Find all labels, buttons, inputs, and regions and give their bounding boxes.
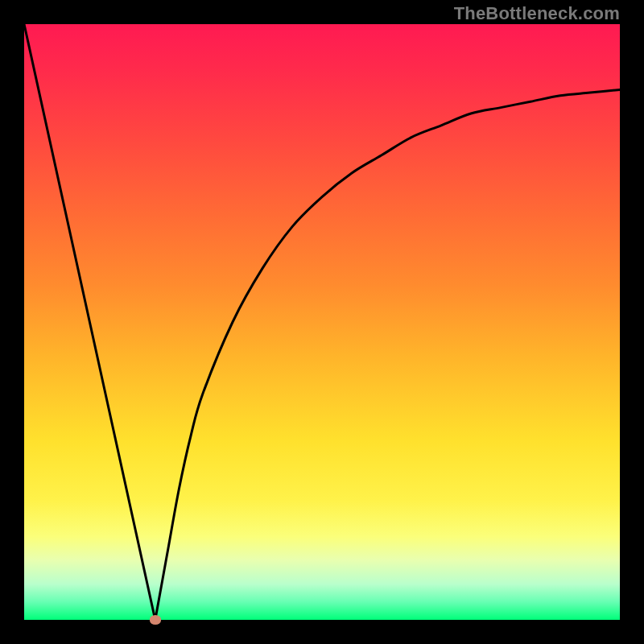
watermark-text: TheBottleneck.com xyxy=(454,3,620,24)
plot-area xyxy=(24,24,620,620)
bottleneck-curve-path xyxy=(24,24,620,620)
chart-frame: TheBottleneck.com xyxy=(0,0,644,644)
minimum-marker xyxy=(150,615,161,625)
curve-svg xyxy=(24,24,620,620)
